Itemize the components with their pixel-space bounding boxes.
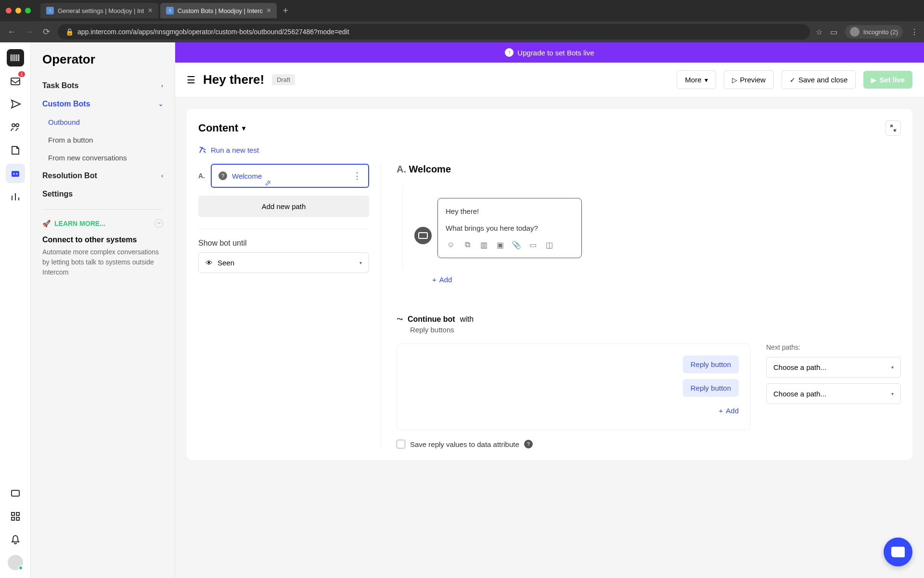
maximize-window-icon[interactable] — [25, 8, 31, 13]
browser-tab-2[interactable]: ⦀ Custom Bots | Moodjoy | Interc × — [160, 3, 277, 18]
show-until-select[interactable]: 👁 Seen ▾ — [198, 252, 369, 273]
add-reply-link[interactable]: + Add — [719, 407, 739, 415]
sidebar-item-label: Custom Bots — [42, 100, 90, 108]
rail-inbox[interactable]: 1 — [6, 71, 25, 91]
back-button[interactable]: ← — [6, 27, 17, 37]
tab-title: General settings | Moodjoy | Int — [58, 7, 144, 14]
collapse-icon[interactable]: − — [154, 219, 163, 228]
learn-card-title: Connect to other systems — [42, 236, 163, 244]
add-path-button[interactable]: Add new path — [198, 196, 369, 217]
hamburger-icon[interactable]: ☰ — [187, 74, 195, 86]
caret-down-icon: ▾ — [891, 365, 894, 370]
continue-header: ⤳ Continue bot with — [397, 315, 901, 324]
rail-outbound[interactable] — [6, 94, 25, 114]
new-tab-button[interactable]: + — [279, 5, 292, 16]
save-reply-checkbox[interactable] — [397, 440, 405, 448]
path-panel: A. ? Welcome ⋮ ⬀ Add new path — [198, 164, 381, 448]
panel-icon[interactable]: ▭ — [830, 27, 837, 37]
rail-reports[interactable] — [6, 187, 25, 206]
content-title[interactable]: Content ▾ — [198, 122, 245, 134]
rail-operator[interactable] — [6, 164, 25, 183]
caret-down-icon: ▾ — [359, 260, 362, 265]
path-letter: A. — [198, 172, 205, 180]
intercom-icon — [891, 547, 905, 557]
rail-avatar[interactable] — [6, 553, 25, 572]
sidebar: Operator Task Bots › Custom Bots ⌄ Outbo… — [31, 42, 175, 578]
sidebar-item-from-new-conv[interactable]: From new conversations — [31, 149, 175, 167]
more-button[interactable]: More ▾ — [677, 70, 716, 89]
sidebar-item-task-bots[interactable]: Task Bots › — [31, 77, 175, 95]
close-window-icon[interactable] — [6, 8, 12, 13]
url-text: app.intercom.com/a/apps/nnsgmgob/operato… — [77, 28, 349, 36]
sidebar-item-outbound[interactable]: Outbound — [31, 113, 175, 131]
continue-label-bold: Continue bot — [408, 315, 455, 324]
forward-button[interactable]: → — [23, 27, 35, 37]
incognito-badge[interactable]: Incognito (2) — [845, 25, 903, 39]
save-close-button[interactable]: ✓ Save and close — [782, 70, 856, 89]
svg-rect-7 — [12, 512, 14, 515]
path-chip-welcome[interactable]: ? Welcome ⋮ ⬀ — [211, 164, 369, 188]
rail-articles[interactable] — [6, 141, 25, 160]
sidebar-item-label: Task Bots — [42, 81, 78, 90]
message-bubble[interactable]: Hey there! What brings you here today? ☺… — [437, 198, 582, 258]
emoji-icon[interactable]: ☺ — [446, 239, 456, 250]
caret-down-icon: ▾ — [242, 124, 245, 132]
draft-badge: Draft — [272, 74, 295, 85]
reload-button[interactable]: ⟳ — [40, 26, 52, 37]
run-test-link[interactable]: Run a new test — [198, 142, 901, 164]
close-tab-icon[interactable]: × — [148, 6, 152, 15]
message-text[interactable]: Hey there! What brings you here today? — [446, 206, 574, 234]
rail-notifications[interactable] — [6, 530, 25, 549]
set-live-button[interactable]: ▶ Set live — [863, 71, 912, 89]
choose-path-label: Choose a path... — [773, 363, 826, 371]
reply-button-label: Reply button — [691, 384, 731, 392]
close-tab-icon[interactable]: × — [267, 6, 271, 15]
path-name: Welcome — [232, 172, 262, 180]
choose-path-label: Choose a path... — [773, 390, 826, 398]
app-icon[interactable]: ◫ — [544, 239, 554, 250]
question-icon: ? — [218, 171, 227, 180]
minimize-window-icon[interactable] — [15, 8, 21, 13]
save-reply-row: Save reply values to data attribute ? — [397, 430, 901, 448]
check-icon: ✓ — [790, 76, 796, 84]
sidebar-item-settings[interactable]: Settings — [31, 185, 175, 203]
sidebar-item-label: Settings — [42, 190, 73, 198]
upgrade-banner[interactable]: ↑ Upgrade to set Bots live — [175, 42, 924, 63]
video-icon[interactable]: ▭ — [527, 239, 538, 250]
tabs-row: ⦀ General settings | Moodjoy | Int × ⦀ C… — [40, 3, 292, 18]
rail-apps[interactable] — [6, 507, 25, 526]
browser-tab-1[interactable]: ⦀ General settings | Moodjoy | Int × — [40, 3, 158, 18]
gif-icon[interactable]: ⧉ — [462, 239, 473, 250]
sidebar-item-custom-bots[interactable]: Custom Bots ⌄ — [31, 95, 175, 113]
star-icon[interactable]: ☆ — [816, 27, 822, 37]
sidebar-item-from-button[interactable]: From a button — [31, 131, 175, 149]
expand-icon[interactable] — [886, 120, 901, 136]
add-label: Add — [439, 276, 452, 284]
kebab-icon[interactable]: ⋮ — [353, 171, 361, 181]
attachment-icon[interactable]: 📎 — [511, 239, 522, 250]
rail-messages[interactable] — [6, 484, 25, 503]
intercom-launcher[interactable] — [884, 538, 912, 566]
url-field[interactable]: 🔒 app.intercom.com/a/apps/nnsgmgob/opera… — [58, 24, 810, 39]
learn-card[interactable]: Connect to other systems Automate more c… — [31, 232, 175, 281]
article-icon[interactable]: ▥ — [478, 239, 489, 250]
rail-logo[interactable] — [6, 48, 25, 67]
image-icon[interactable]: ▣ — [495, 239, 505, 250]
learn-more-toggle[interactable]: 🚀 LEARN MORE... − — [31, 215, 175, 232]
reply-button-2[interactable]: Reply button — [683, 379, 739, 397]
rail-contacts[interactable] — [6, 118, 25, 137]
url-actions: ☆ ▭ Incognito (2) ⋮ — [816, 25, 918, 39]
help-icon[interactable]: ? — [524, 440, 533, 448]
show-until-value: Seen — [218, 259, 234, 267]
add-reply-label: Add — [726, 407, 739, 415]
next-path-select-2[interactable]: Choose a path... ▾ — [766, 383, 901, 404]
kebab-menu-icon[interactable]: ⋮ — [911, 27, 918, 37]
sidebar-item-resolution-bot[interactable]: Resolution Bot › — [31, 167, 175, 185]
next-path-select-1[interactable]: Choose a path... ▾ — [766, 357, 901, 378]
reply-button-1[interactable]: Reply button — [683, 355, 739, 373]
preview-button[interactable]: ▷ Preview — [724, 70, 774, 89]
inbox-badge: 1 — [18, 71, 25, 77]
sidebar-item-label: From new conversations — [48, 154, 127, 162]
editor-letter: A. — [397, 164, 406, 174]
add-message-link[interactable]: + Add — [397, 276, 901, 284]
